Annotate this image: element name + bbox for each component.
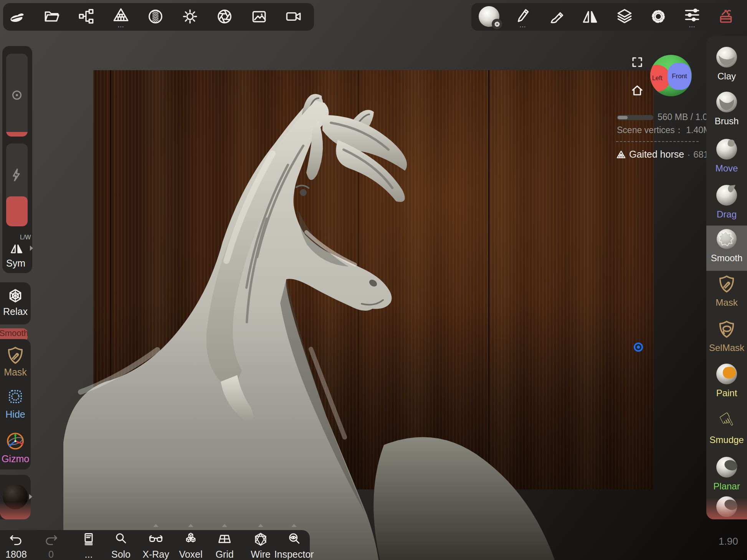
radius-slider[interactable] [6,54,28,137]
home-icon [631,84,643,97]
inspector-toggle[interactable]: Inspector [277,531,311,559]
scene-graph-button[interactable] [74,3,99,30]
chevron-right-icon[interactable] [30,245,33,251]
nomad-logo-icon [8,8,26,25]
gizmo-label: Gizmo [0,453,31,464]
chevron-right-icon[interactable] [29,494,32,499]
home-view-button[interactable] [631,84,643,98]
hide-button[interactable] [6,387,25,407]
gear-icon [494,21,501,28]
tool-settings-button[interactable]: ... [679,3,705,30]
undo-button[interactable]: 1808 [0,531,33,559]
files-button[interactable] [39,3,64,30]
glasses-icon [148,532,164,547]
wire-toggle[interactable]: Wire [243,531,278,559]
gizmo-front-face[interactable]: Front [668,63,691,90]
app-menu-button[interactable] [5,3,30,30]
hide-label: Hide [0,409,31,420]
topology-more: ... [117,24,124,27]
toolbox-button[interactable] [713,3,739,30]
tool-label: Move [716,163,738,174]
tool-label: Paint [716,388,737,399]
fullscreen-button[interactable] [631,56,643,69]
app-window: Left Front 560 MB / 1.09 G Scene vertice… [0,0,747,560]
caret-up-icon[interactable] [291,524,297,527]
solo-toggle[interactable]: Solo [104,531,138,559]
fullscreen-icon [631,56,643,68]
memory-usage-label: 560 MB / 1.09 G [658,112,706,122]
symmetry-icon [582,8,599,25]
toggle-label: Grid [215,550,233,559]
record-button[interactable] [281,3,306,30]
selmask-tool-icon [716,319,737,340]
selection-dot[interactable] [634,343,643,352]
topology-button[interactable]: ... [108,3,134,30]
toggle-label: Solo [111,550,131,559]
relax-button[interactable]: Relax [0,282,31,324]
tool-selmask[interactable]: SelMask [706,319,747,353]
gear-badge [492,19,502,29]
intensity-slider[interactable] [6,143,28,226]
material-panel-glow [0,502,31,519]
postprocess-button[interactable] [212,3,237,30]
xray-toggle[interactable]: X-Ray [139,531,173,559]
caret-up-icon[interactable] [222,524,227,527]
settings-button[interactable] [646,3,671,30]
mask-button[interactable] [5,345,26,367]
mask-label: Mask [0,367,31,378]
painting-button[interactable] [544,3,570,30]
lighting-button[interactable] [177,3,203,30]
gizmo-button[interactable] [5,431,25,453]
redo-icon [43,532,59,547]
share-nodes-icon [78,8,95,25]
wireframe-icon [253,532,268,547]
memory-usage-fill [618,116,628,119]
sym-button[interactable] [9,241,25,258]
toggle-label: Voxel [179,550,202,559]
tool-brush[interactable]: Brush [706,91,747,127]
relax-label: Relax [0,306,31,317]
orientation-gizmo[interactable]: Left Front [650,55,692,96]
caret-up-icon[interactable] [258,524,263,527]
paint-tool-icon [716,363,738,385]
tool-planar[interactable]: Planar [706,456,747,492]
material-button[interactable] [143,3,168,30]
toggle-label: Wire [251,550,270,559]
tool-label: Mask [716,297,737,308]
redo-button[interactable]: 0 [34,531,68,559]
tool-smooth[interactable]: Smooth [706,228,747,264]
hide-dots-icon [6,387,25,406]
gizmo-icon [5,431,25,451]
horse-sculpture[interactable] [58,58,672,560]
screenshot-button[interactable] [246,3,272,30]
material-preview-panel[interactable] [0,475,31,519]
history-button[interactable]: ... [71,531,106,559]
planar-tool-icon [716,456,738,478]
tool-label: SelMask [709,343,744,353]
tool-move[interactable]: Move [706,138,747,174]
folder-icon [43,8,61,25]
grid-toggle[interactable]: Grid [207,531,242,559]
undo-count: 1808 [5,550,27,559]
tool-smudge[interactable]: ☟ Smudge [706,410,747,445]
caret-up-icon[interactable] [153,524,159,527]
layers-button[interactable] [612,3,637,30]
brush-preview-button[interactable] [476,3,502,30]
radius-icon [8,87,25,104]
app-version: 1.90 [719,535,738,547]
active-object-row[interactable]: Gaited horse · 681k [616,149,713,160]
stats-divider [616,141,699,142]
voxel-toggle[interactable]: Voxel [174,531,208,559]
tool-paint[interactable]: Paint [706,363,747,399]
tool-drag[interactable]: Drag [706,184,747,220]
sun-light-icon [181,8,199,25]
tool-mask[interactable]: Mask [706,274,747,308]
layers-icon [616,8,633,25]
smooth-tool-icon [716,228,738,250]
tool-clay[interactable]: Clay [706,46,747,82]
scene-vertices-label: Scene vertices： [617,125,684,135]
caret-up-icon[interactable] [188,524,193,527]
history-more: ... [85,550,93,559]
symmetry-button[interactable] [578,3,603,30]
stroke-button[interactable]: ... [510,3,535,30]
